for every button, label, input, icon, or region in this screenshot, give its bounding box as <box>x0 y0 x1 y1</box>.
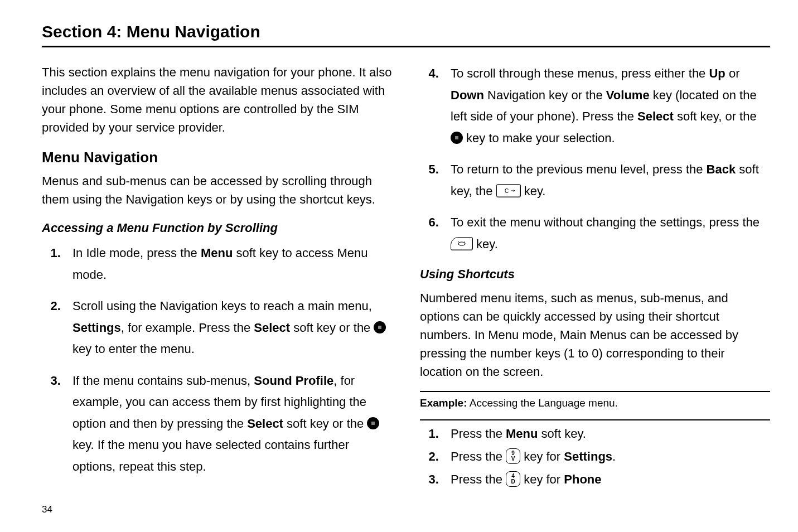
step-3-text-e: soft key or the <box>283 417 367 431</box>
menu-softkey-label: Menu <box>201 246 233 260</box>
menu-nav-body: Menus and sub-menus can be accessed by s… <box>42 172 392 209</box>
page-number: 34 <box>42 504 770 515</box>
sound-profile-label: Sound Profile <box>254 374 333 388</box>
step-3-text-a: If the menu contains sub-menus, <box>72 374 254 388</box>
up-key-label: Up <box>709 66 725 80</box>
steps-list-right: To scroll through these menus, press eit… <box>420 63 770 255</box>
settings-label: Settings <box>564 449 612 463</box>
example-line: Example: Accessing the Language menu. <box>420 395 770 412</box>
step-5-text-d: key. <box>521 184 546 198</box>
shortcuts-body: Numbered menu items, such as menus, sub-… <box>420 289 770 381</box>
ex-step-2-a: Press the <box>451 449 506 463</box>
ex-step-3: Press the 4D key for Phone <box>442 470 770 489</box>
example-bottom-rule <box>420 419 770 420</box>
step-6: To exit the menu without changing the se… <box>442 212 770 255</box>
section-title: Section 4: Menu Navigation <box>42 22 770 41</box>
title-divider <box>42 46 770 47</box>
svg-text:C: C <box>505 188 509 194</box>
step-2-text-e: soft key or the <box>290 321 374 335</box>
step-2-text-c: , for example. Press the <box>121 321 254 335</box>
volume-key-label: Volume <box>606 88 650 102</box>
step-5-text-a: To return to the previous menu level, pr… <box>451 162 707 176</box>
menu-softkey-label-2: Menu <box>506 427 538 441</box>
heading-using-shortcuts: Using Shortcuts <box>420 265 770 283</box>
example-top-rule <box>420 391 770 392</box>
select-softkey-label-2: Select <box>247 417 283 431</box>
ok-key-icon <box>451 132 463 144</box>
step-4: To scroll through these menus, press eit… <box>442 63 770 149</box>
svg-rect-2 <box>460 243 463 245</box>
step-6-text-a: To exit the menu without changing the se… <box>451 215 760 229</box>
step-4-text-j: key to make your selection. <box>463 131 615 145</box>
step-3: If the menu contains sub-menus, Sound Pr… <box>64 370 392 478</box>
ex-step-1-c: soft key. <box>538 427 586 441</box>
heading-menu-navigation: Menu Navigation <box>42 147 392 168</box>
c-key-icon: C <box>496 184 521 197</box>
step-4-text-e: Navigation key or the <box>484 88 606 102</box>
ex-step-2-b: key for <box>520 449 564 463</box>
ex-step-2: Press the 9V key for Settings. <box>442 447 770 466</box>
right-column: To scroll through these menus, press eit… <box>420 63 770 504</box>
key-4-bot: D <box>511 479 515 485</box>
num-4-key-icon: 4D <box>506 471 520 487</box>
ok-key-icon <box>374 321 386 333</box>
end-key-icon <box>451 237 473 250</box>
example-steps-list: Press the Menu soft key. Press the 9V ke… <box>420 424 770 490</box>
step-4-text-i: soft key, or the <box>674 109 757 123</box>
step-2-text-f: key to enter the menu. <box>72 342 195 356</box>
step-2: Scroll using the Navigation keys to reac… <box>64 296 392 360</box>
select-softkey-label: Select <box>254 321 290 335</box>
ok-key-icon <box>367 417 379 429</box>
phone-label: Phone <box>564 472 601 486</box>
select-softkey-label-3: Select <box>637 109 674 123</box>
num-9-key-icon: 9V <box>506 448 520 464</box>
heading-accessing-scrolling: Accessing a Menu Function by Scrolling <box>42 219 392 237</box>
step-6-text-b: key. <box>473 237 498 251</box>
down-key-label: Down <box>451 88 484 102</box>
ex-step-3-a: Press the <box>451 472 506 486</box>
ex-step-2-d: . <box>612 449 616 463</box>
settings-menu-label: Settings <box>72 321 121 335</box>
example-text: Accessing the Language menu. <box>467 397 617 409</box>
step-4-text-a: To scroll through these menus, press eit… <box>451 66 709 80</box>
step-5: To return to the previous menu level, pr… <box>442 159 770 202</box>
ex-step-1-a: Press the <box>451 427 506 441</box>
step-3-text-f: key. If the menu you have selected conta… <box>72 438 349 473</box>
ex-step-3-b: key for <box>520 472 564 486</box>
step-4-text-c: or <box>726 66 740 80</box>
content-columns: This section explains the menu navigatio… <box>42 63 770 504</box>
step-1: In Idle mode, press the Menu soft key to… <box>64 243 392 286</box>
back-softkey-label: Back <box>707 162 736 176</box>
ex-step-1: Press the Menu soft key. <box>442 424 770 443</box>
step-1-text-a: In Idle mode, press the <box>72 246 201 260</box>
example-label: Example: <box>420 397 467 409</box>
left-column: This section explains the menu navigatio… <box>42 63 392 504</box>
key-9-bot: V <box>511 456 515 462</box>
steps-list-left: In Idle mode, press the Menu soft key to… <box>42 243 392 477</box>
intro-paragraph: This section explains the menu navigatio… <box>42 63 392 137</box>
step-2-text-a: Scroll using the Navigation keys to reac… <box>72 299 372 313</box>
